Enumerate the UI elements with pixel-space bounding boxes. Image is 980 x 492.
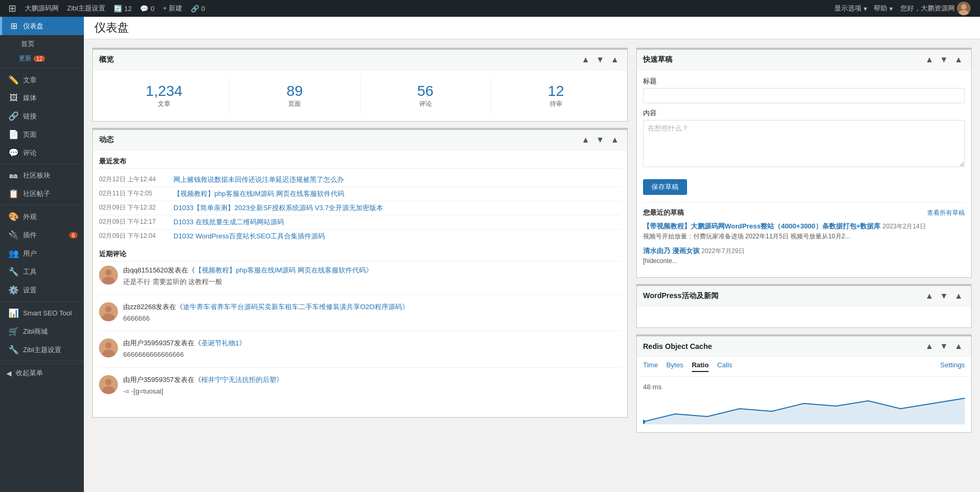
comment-item: 由用户35959357发表在《圣诞节礼物1》 6666666666666666	[99, 338, 621, 368]
sidebar-item-plugins[interactable]: 🔌 插件 6	[0, 226, 84, 244]
activity-controls: ▲ ▼ ▲	[579, 134, 621, 146]
comments-list: 由qq81515620发表在《【视频教程】php客服在线IM源码 网页在线客服软…	[99, 266, 621, 403]
svg-point-10	[105, 342, 112, 348]
sidebar-item-comments[interactable]: 💬 评论	[0, 144, 84, 162]
comment-post-link[interactable]: 圣诞节礼物1》	[201, 339, 246, 347]
sidebar-item-community[interactable]: 🏘 社区板块	[0, 167, 84, 184]
redis-settings-link[interactable]: Settings	[940, 361, 965, 372]
wp-news-toggle[interactable]: ▲	[952, 290, 965, 302]
sidebar-item-pages[interactable]: 📄 页面	[0, 125, 84, 144]
save-draft-btn[interactable]: 保存草稿	[643, 179, 687, 195]
post-link[interactable]: D1032 WordPress百度站长SEO工具合集插件源码	[173, 232, 325, 241]
links-btn[interactable]: 🔗 0	[188, 0, 208, 17]
sidebar-item-appearance[interactable]: 🎨 外观	[0, 207, 84, 226]
stat-box: 1,234文章	[99, 76, 230, 115]
sidebar-item-posts[interactable]: ✏️ 文章	[0, 71, 84, 89]
drafts-header: 您最近的草稿 查看所有草稿	[643, 208, 965, 217]
post-link[interactable]: 网上赌钱救说数据未回传还说注单延迟违规被黑了怎么办	[173, 175, 344, 184]
sidebar-item-updates[interactable]: 更新 12	[13, 53, 84, 66]
comment-post-link[interactable]: 桜井宁宁无法抗拒的后塑》	[201, 376, 283, 384]
plugins-icon: 🔌	[8, 230, 19, 240]
comment-content: 由qq81515620发表在《【视频教程】php客服在线IM源码 网页在线客服软…	[123, 266, 621, 287]
draft-title-link[interactable]: 【带视频教程】大鹏源码网WordPress整站（4000+3000）条数据打包+…	[643, 222, 880, 230]
comment-post-link[interactable]: 途牛养车省养车平台源码买卖新车租车二手车维修装潢共享O2O程序源码》	[183, 303, 408, 311]
draft-title-link[interactable]: 清水由乃 漫画女孩	[643, 247, 700, 255]
overview-collapse-up[interactable]: ▲	[579, 54, 592, 65]
content-area: 概览 ▲ ▼ ▲ 1,234文章89页面56评论12待审	[84, 39, 980, 492]
activity-collapse-down[interactable]: ▼	[594, 134, 606, 146]
zibll-menu-label: Zibl主题设置	[67, 4, 105, 13]
redis-collapse-up[interactable]: ▲	[923, 341, 935, 352]
main-content: 仪表盘 概览 ▲ ▼ ▲ 1,234	[84, 17, 980, 492]
redis-tab[interactable]: Calls	[717, 361, 732, 372]
content-textarea[interactable]	[643, 120, 965, 167]
sidebar-item-zibll-shop[interactable]: 🛒 Zibl商城	[0, 322, 84, 341]
redis-tab[interactable]: Time	[643, 361, 658, 372]
users-label: 用户	[23, 249, 37, 258]
sidebar-item-smart-seo[interactable]: 📊 Smart SEO Tool	[0, 304, 84, 322]
list-item: 02月09日 下午12:04D1032 WordPress百度站长SEO工具合集…	[99, 229, 621, 243]
help-label: 帮助	[874, 4, 887, 13]
wp-logo-btn[interactable]: ⊞	[5, 0, 19, 17]
comment-avatar	[99, 266, 118, 285]
sidebar-item-media[interactable]: 🖼 媒体	[0, 89, 84, 107]
view-all-drafts-link[interactable]: 查看所有草稿	[927, 209, 965, 217]
sidebar-item-links[interactable]: 🔗 链接	[0, 107, 84, 125]
post-link[interactable]: D1033 在线批量生成二维码网站源码	[173, 217, 284, 227]
user-menu[interactable]: 您好，大鹏资源网	[896, 0, 975, 17]
activity-collapse-up[interactable]: ▲	[579, 134, 592, 146]
redis-title: Redis Object Cache	[643, 342, 712, 351]
new-item-btn[interactable]: + 新建	[160, 0, 186, 17]
wp-news-collapse-up[interactable]: ▲	[923, 290, 935, 302]
comment-post-link[interactable]: 【视频教程】php客服在线IM源码 网页在线客服软件代码》	[195, 266, 373, 274]
redis-tab[interactable]: Bytes	[666, 361, 683, 372]
sidebar-item-dashboard[interactable]: ⊞ 仪表盘	[0, 17, 84, 35]
sidebar-item-home[interactable]: 首页	[13, 35, 84, 53]
recent-published-label: 最近发布	[99, 157, 621, 169]
overview-widget: 概览 ▲ ▼ ▲ 1,234文章89页面56评论12待审	[92, 48, 628, 122]
redis-chart	[643, 393, 965, 424]
collapse-menu-btn[interactable]: ◀ 收起菜单	[0, 364, 84, 382]
zibll-settings-icon: 🔧	[8, 345, 19, 355]
qd-collapse-down[interactable]: ▼	[938, 54, 950, 65]
sidebar-item-settings[interactable]: ⚙️ 设置	[0, 281, 84, 299]
overview-toggle[interactable]: ▲	[608, 54, 621, 65]
updates-count: 12	[124, 5, 132, 13]
sidebar-item-users[interactable]: 👥 用户	[0, 244, 84, 263]
new-item-label: + 新建	[163, 4, 182, 13]
redis-collapse-down[interactable]: ▼	[938, 341, 950, 352]
settings-icon: ⚙️	[8, 285, 19, 295]
draft-item: 【带视频教程】大鹏源码网WordPress整站（4000+3000）条数据打包+…	[643, 222, 965, 241]
qd-toggle[interactable]: ▲	[952, 54, 965, 65]
wp-news-collapse-down[interactable]: ▼	[938, 290, 950, 302]
post-list: 02月12日 上午12:44网上赌钱救说数据未回传还说注单延迟违规被黑了怎么办0…	[99, 173, 621, 243]
display-options-btn[interactable]: 显示选项 ▾	[831, 0, 870, 17]
post-link[interactable]: D1033【简单亲测】2023全新SF授权系统源码 V3.7全开源无加密版本	[173, 203, 383, 213]
comments-icon: 💬	[140, 5, 148, 13]
updates-btn[interactable]: 🔄 12	[111, 0, 135, 17]
zibll-menu-btn[interactable]: Zibl主题设置	[64, 0, 108, 17]
title-input[interactable]	[643, 88, 965, 103]
list-item: 02月12日 上午12:44网上赌钱救说数据未回传还说注单延迟违规被黑了怎么办	[99, 173, 621, 187]
redis-tab[interactable]: Ratio	[692, 361, 709, 372]
comment-content: 由用户35959357发表在《圣诞节礼物1》 6666666666666666	[123, 338, 621, 360]
sidebar-item-tools[interactable]: 🔧 工具	[0, 263, 84, 281]
overview-stats: 1,234文章89页面56评论12待审	[99, 76, 621, 115]
redis-toggle[interactable]: ▲	[952, 341, 965, 352]
site-name-btn[interactable]: 大鹏源码网	[21, 0, 62, 17]
sidebar-item-zibll-settings[interactable]: 🔧 Zibl主题设置	[0, 341, 84, 359]
help-btn[interactable]: 帮助 ▾	[870, 0, 896, 17]
media-icon: 🖼	[8, 93, 19, 103]
activity-toggle[interactable]: ▲	[608, 134, 621, 146]
comment-content: 由用户35959357发表在《桜井宁宁无法抗拒的后塑》 -= -[g=tuosa…	[123, 375, 621, 397]
wp-news-header: WordPress活动及新闻 ▲ ▼ ▲	[637, 286, 971, 307]
overview-collapse-down[interactable]: ▼	[594, 54, 606, 65]
overview-body: 1,234文章89页面56评论12待审	[93, 70, 627, 121]
comments-btn[interactable]: 💬 0	[137, 0, 157, 17]
dashboard-icon: ⊞	[8, 21, 19, 31]
stat-box: 12待审	[491, 76, 621, 115]
post-link[interactable]: 【视频教程】php客服在线IM源码 网页在线客服软件代码	[173, 189, 344, 199]
qd-collapse-up[interactable]: ▲	[923, 54, 935, 65]
title-field-group: 标题	[643, 76, 965, 103]
sidebar-item-community-posts[interactable]: 📋 社区帖子	[0, 184, 84, 203]
